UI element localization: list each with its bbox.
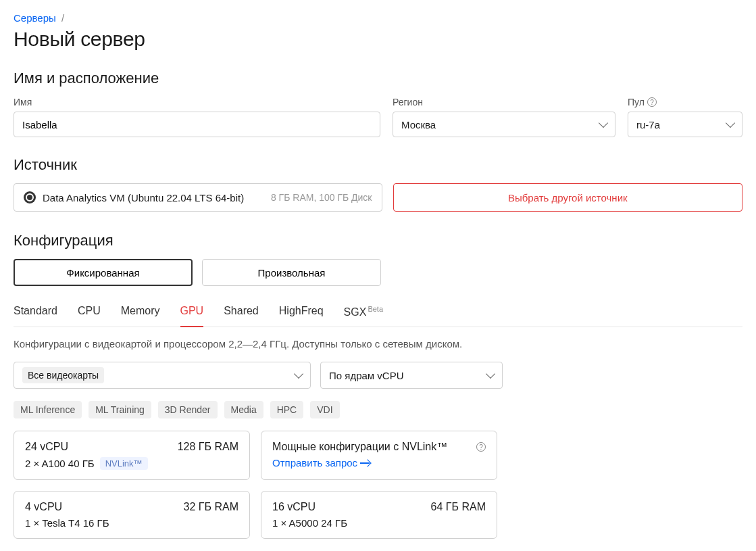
source-specs: 8 ГБ RAM, 100 ГБ Диск [271, 192, 372, 203]
tag-media[interactable]: Media [224, 401, 263, 418]
chevron-down-icon [294, 369, 303, 379]
breadcrumb-sep: / [61, 12, 64, 24]
card-ram: 128 ГБ RAM [178, 441, 238, 453]
region-select[interactable]: Москва [393, 112, 615, 137]
arrow-right-icon [360, 462, 370, 464]
pool-value: ru-7a [636, 119, 660, 130]
region-value: Москва [401, 119, 436, 130]
breadcrumb-link-servers[interactable]: Серверы [14, 12, 56, 24]
name-label: Имя [14, 97, 380, 107]
card-gpu: 2 × A100 40 ГБ [25, 458, 95, 469]
help-icon[interactable]: ? [476, 442, 486, 452]
section-source: Источник [14, 156, 742, 174]
promo-card: Мощные конфигурации с NVLink™ ? Отправит… [261, 431, 497, 480]
sort-select[interactable]: По ядрам vCPU [320, 362, 503, 389]
nvlink-badge: NVLink™ [100, 457, 148, 470]
tab-memory[interactable]: Memory [121, 301, 160, 327]
config-tabs: Standard CPU Memory GPU Shared HighFreq … [14, 301, 742, 327]
change-source-button[interactable]: Выбрать другой источник [393, 183, 743, 212]
pool-select[interactable]: ru-7a [628, 112, 742, 137]
config-custom-button[interactable]: Произвольная [202, 259, 381, 286]
chevron-down-icon [726, 118, 735, 128]
section-config: Конфигурация [14, 232, 742, 249]
config-description: Конфигурации с видеокартой и процессором… [14, 338, 742, 350]
pool-label-text: Пул [628, 97, 645, 107]
breadcrumb: Серверы / [14, 12, 742, 24]
card-cpu: 4 vCPU [25, 501, 62, 513]
promo-link-text: Отправить запрос [272, 457, 357, 469]
page-title: Новый сервер [14, 28, 742, 51]
config-card[interactable]: 24 vCPU 128 ГБ RAM 2 × A100 40 ГБ NVLink… [14, 431, 250, 480]
pool-label: Пул ? [628, 97, 742, 107]
name-input[interactable] [14, 112, 380, 137]
tag-ml-inference[interactable]: ML Inference [14, 401, 82, 418]
source-image-name: Data Analytics VM (Ubuntu 22.04 LTS 64-b… [43, 192, 264, 203]
config-card[interactable]: 16 vCPU 64 ГБ RAM 1 × A5000 24 ГБ [261, 491, 497, 539]
card-ram: 64 ГБ RAM [431, 501, 486, 513]
region-label: Регион [393, 97, 615, 107]
use-case-tags: ML Inference ML Training 3D Render Media… [14, 401, 742, 418]
card-cpu: 16 vCPU [272, 501, 316, 513]
tag-hpc[interactable]: HPC [270, 401, 304, 418]
config-card[interactable]: 4 vCPU 32 ГБ RAM 1 × Tesla T4 16 ГБ [14, 491, 250, 539]
tab-shared[interactable]: Shared [224, 301, 259, 327]
sort-value: По ядрам vCPU [329, 370, 404, 381]
card-gpu: 1 × A5000 24 ГБ [272, 517, 347, 529]
tag-ml-training[interactable]: ML Training [89, 401, 151, 418]
tab-gpu[interactable]: GPU [180, 301, 204, 327]
tag-vdi[interactable]: VDI [310, 401, 339, 418]
tab-standard[interactable]: Standard [14, 301, 57, 327]
section-name-location: Имя и расположение [14, 70, 742, 87]
promo-title: Мощные конфигурации с NVLink™ [272, 441, 447, 453]
config-fixed-button[interactable]: Фиксированная [14, 259, 193, 286]
source-display: Data Analytics VM (Ubuntu 22.04 LTS 64-b… [14, 183, 382, 212]
gpu-filter-select[interactable]: Все видеокарты [14, 362, 311, 389]
ubuntu-icon [24, 191, 36, 203]
tab-sgx[interactable]: SGXBeta [344, 301, 383, 327]
beta-badge: Beta [368, 305, 383, 313]
tab-highfreq[interactable]: HighFreq [279, 301, 324, 327]
promo-link[interactable]: Отправить запрос [272, 457, 370, 469]
help-icon[interactable]: ? [647, 97, 657, 107]
card-ram: 32 ГБ RAM [184, 501, 238, 513]
card-cpu: 24 vCPU [25, 441, 68, 453]
tab-sgx-label: SGX [344, 306, 367, 318]
chevron-down-icon [486, 369, 495, 379]
card-gpu: 1 × Tesla T4 16 ГБ [25, 517, 109, 529]
tag-3d-render[interactable]: 3D Render [158, 401, 218, 418]
tab-cpu[interactable]: CPU [78, 301, 101, 327]
chevron-down-icon [599, 118, 608, 128]
gpu-filter-chip: Все видеокарты [22, 367, 104, 383]
